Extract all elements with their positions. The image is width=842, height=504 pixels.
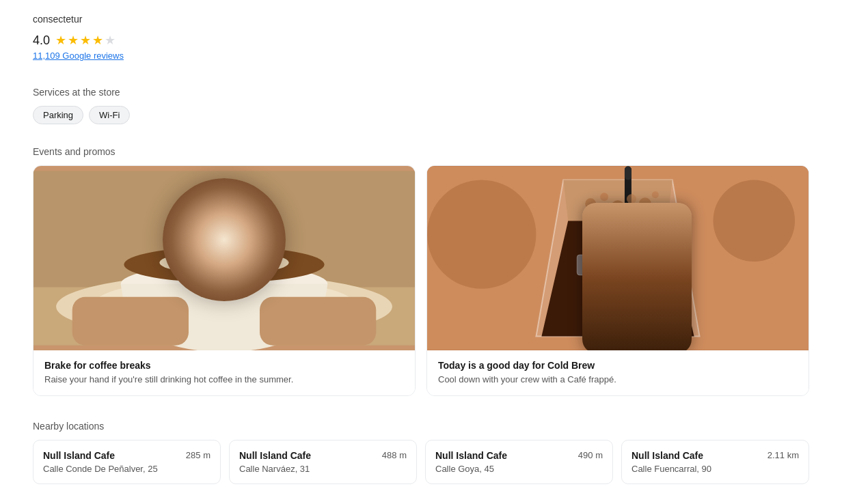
rating-row: 4.0 ★ ★ ★ ★ ★ [33, 33, 809, 48]
svg-rect-13 [577, 255, 604, 275]
nearby-card-2[interactable]: Null Island Cafe 490 m Calle Goya, 45 [425, 440, 613, 484]
nearby-card-3[interactable]: Null Island Cafe 2.11 km Calle Fuencarra… [621, 440, 809, 484]
svg-point-23 [714, 180, 796, 262]
nearby-card-header-0: Null Island Cafe 285 m [43, 450, 210, 461]
svg-point-5 [124, 247, 324, 283]
nearby-distance-1: 488 m [382, 450, 407, 460]
nearby-card-header-2: Null Island Cafe 490 m [435, 450, 603, 461]
event-card-latte[interactable]: Brake for coffee breaks Raise your hand … [33, 165, 416, 396]
nearby-card-header-1: Null Island Cafe 488 m [239, 450, 407, 461]
rating-section: consectetur 4.0 ★ ★ ★ ★ ★ 11,109 Google … [33, 0, 809, 68]
svg-point-19 [627, 194, 636, 204]
star-1: ★ [55, 33, 66, 48]
event-info-coldbrew: Today is a good day for Cold Brew Cool d… [427, 350, 809, 395]
events-grid: Brake for coffee breaks Raise your hand … [33, 165, 809, 396]
svg-rect-11 [625, 166, 632, 302]
events-section: Events and promos [33, 146, 809, 396]
nearby-distance-3: 2.11 km [768, 450, 799, 460]
nearby-label: Nearby locations [33, 421, 809, 432]
tag-wifi: Wi-Fi [89, 106, 130, 124]
event-image-coldbrew [427, 166, 809, 350]
nearby-grid: Null Island Cafe 285 m Calle Conde De Pe… [33, 440, 809, 484]
nearby-name-3: Null Island Cafe [632, 450, 703, 461]
svg-point-18 [611, 200, 625, 214]
event-info-latte: Brake for coffee breaks Raise your hand … [33, 350, 415, 395]
nearby-section: Nearby locations Null Island Cafe 285 m … [33, 421, 809, 484]
events-label: Events and promos [33, 146, 809, 157]
nearby-card-0[interactable]: Null Island Cafe 285 m Calle Conde De Pe… [33, 440, 221, 484]
svg-point-22 [427, 180, 536, 288]
nearby-address-2: Calle Goya, 45 [435, 464, 603, 474]
svg-point-6 [159, 251, 288, 275]
nearby-address-3: Calle Fuencarral, 90 [632, 464, 799, 474]
nearby-name-1: Null Island Cafe [239, 450, 311, 461]
event-image-latte [33, 166, 415, 350]
event-desc-latte: Raise your hand if you're still drinking… [44, 374, 404, 386]
nearby-address-1: Calle Narváez, 31 [239, 464, 407, 474]
event-title-latte: Brake for coffee breaks [44, 360, 404, 371]
event-card-coldbrew[interactable]: Today is a good day for Cold Brew Cool d… [426, 165, 809, 396]
svg-point-21 [652, 191, 659, 198]
svg-rect-8 [260, 297, 376, 346]
description-text: consectetur [33, 14, 809, 25]
nearby-address-0: Calle Conde De Peñalver, 25 [43, 464, 210, 474]
svg-rect-15 [642, 258, 668, 280]
event-desc-coldbrew: Cool down with your crew with a Café fra… [438, 374, 798, 386]
nearby-distance-0: 285 m [186, 450, 210, 460]
nearby-distance-2: 490 m [578, 450, 603, 460]
services-label: Services at the store [33, 87, 809, 98]
tag-parking: Parking [33, 106, 83, 124]
star-2: ★ [68, 33, 79, 48]
svg-rect-14 [611, 268, 635, 288]
rating-score: 4.0 [33, 33, 50, 48]
tags-row: Parking Wi-Fi [33, 106, 809, 124]
reviews-link[interactable]: 11,109 Google reviews [33, 51, 809, 61]
star-3: ★ [80, 33, 91, 48]
event-title-coldbrew: Today is a good day for Cold Brew [438, 360, 798, 371]
nearby-card-header-3: Null Island Cafe 2.11 km [632, 450, 799, 461]
svg-rect-12 [625, 166, 632, 180]
services-section: Services at the store Parking Wi-Fi [33, 87, 809, 124]
svg-rect-7 [72, 297, 189, 346]
star-4: ★ [92, 33, 103, 48]
star-5: ★ [105, 33, 116, 48]
svg-point-16 [585, 198, 596, 209]
svg-point-20 [639, 197, 651, 210]
nearby-name-0: Null Island Cafe [43, 450, 115, 461]
page-container: consectetur 4.0 ★ ★ ★ ★ ★ 11,109 Google … [0, 0, 842, 484]
stars-container: ★ ★ ★ ★ ★ [55, 33, 116, 48]
nearby-card-1[interactable]: Null Island Cafe 488 m Calle Narváez, 31 [229, 440, 417, 484]
svg-point-17 [600, 193, 608, 201]
nearby-name-2: Null Island Cafe [435, 450, 507, 461]
